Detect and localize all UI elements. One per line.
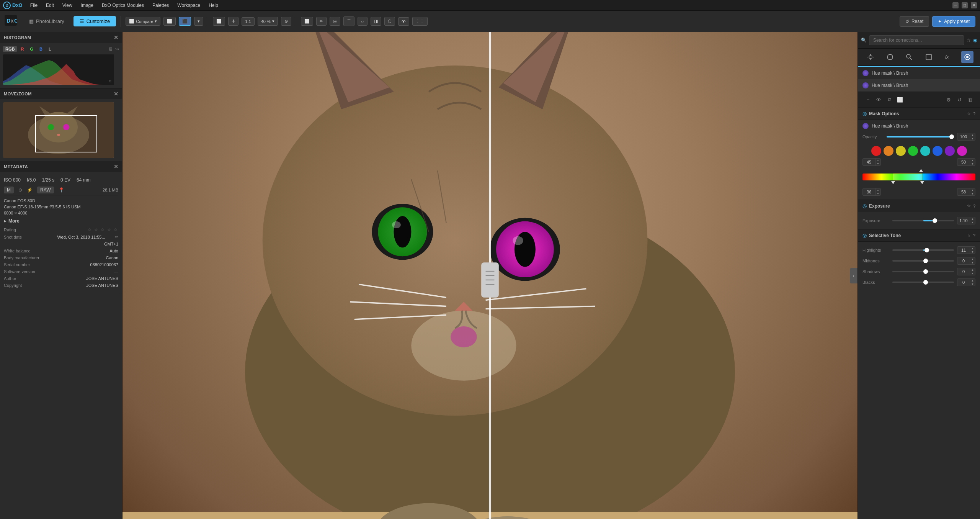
- swatch-red[interactable]: [871, 146, 881, 156]
- invert-mask-button[interactable]: ⬜: [895, 94, 905, 105]
- restore-button[interactable]: □: [962, 2, 968, 8]
- swatch-blue[interactable]: [933, 146, 942, 156]
- midtones-slider[interactable]: [892, 260, 954, 262]
- histogram-close[interactable]: ✕: [114, 34, 119, 41]
- swatch-yellow[interactable]: [896, 146, 906, 156]
- blacks-value[interactable]: 0 ▲ ▼: [957, 278, 975, 286]
- view-split-button[interactable]: ⬛: [179, 17, 191, 26]
- midtones-up[interactable]: ▲: [970, 257, 975, 261]
- exposure-value-input[interactable]: 1.10 ▲ ▼: [957, 217, 975, 224]
- menu-palettes[interactable]: Palettes: [149, 2, 173, 9]
- mask-item-2[interactable]: Hue mask \ Brush: [858, 79, 980, 92]
- blacks-thumb[interactable]: [923, 280, 928, 285]
- image-container[interactable]: [122, 32, 858, 519]
- more-section-header[interactable]: ▸ More: [4, 216, 118, 226]
- rt-detail-icon[interactable]: [903, 51, 915, 63]
- luma-tool[interactable]: ◨: [371, 17, 381, 26]
- opacity-up[interactable]: ▲: [970, 133, 975, 137]
- hue-range-right-up[interactable]: ▲: [970, 188, 975, 192]
- selective-tone-star[interactable]: ☆: [967, 233, 971, 238]
- hue-gradient-bar[interactable]: [862, 174, 975, 180]
- link-tool[interactable]: ⬡: [384, 17, 395, 26]
- shadows-down[interactable]: ▼: [970, 272, 975, 275]
- hue-range-left-input[interactable]: 36 ▲ ▼: [862, 188, 881, 196]
- menu-image[interactable]: Image: [77, 2, 97, 9]
- hue-range-left-down[interactable]: ▼: [875, 192, 880, 195]
- metadata-close[interactable]: ✕: [114, 164, 119, 170]
- mask-options-star[interactable]: ☆: [967, 111, 971, 116]
- hue-range-right-down[interactable]: ▼: [970, 192, 975, 195]
- rt-fx-icon[interactable]: fx: [942, 51, 954, 63]
- zoom-percent[interactable]: 40 % ▾: [258, 17, 278, 26]
- hue-right-down[interactable]: ▼: [970, 162, 975, 165]
- hue-range-right-input[interactable]: 58 ▲ ▼: [957, 188, 975, 196]
- blacks-down[interactable]: ▼: [970, 282, 975, 286]
- hist-tab-l[interactable]: L: [46, 46, 54, 52]
- highlights-thumb[interactable]: [924, 248, 929, 252]
- selective-tone-help[interactable]: ?: [973, 233, 975, 238]
- horizon-tool[interactable]: ✛: [228, 17, 238, 26]
- hue-right-input[interactable]: 50 ▲ ▼: [957, 158, 975, 166]
- highlights-down[interactable]: ▼: [970, 250, 975, 254]
- shadows-slider[interactable]: [892, 271, 954, 272]
- rt-local-icon[interactable]: [961, 51, 973, 63]
- minimize-button[interactable]: ─: [952, 2, 959, 8]
- control-line-tool[interactable]: ⌒: [343, 16, 354, 26]
- search-favorite-icon[interactable]: ☆: [967, 38, 971, 43]
- swatch-magenta[interactable]: [957, 146, 967, 156]
- menu-view[interactable]: View: [59, 2, 76, 9]
- reset-button[interactable]: ↺ Reset: [900, 16, 929, 27]
- opacity-slider[interactable]: [887, 136, 954, 138]
- tab-customize[interactable]: ☰ Customize: [74, 16, 116, 26]
- rating-stars[interactable]: ☆ ☆ ☆ ☆ ☆: [88, 227, 118, 232]
- midtones-thumb[interactable]: [923, 259, 928, 263]
- menu-dxo-optics[interactable]: DxO Optics Modules: [98, 2, 148, 9]
- swatch-purple[interactable]: [945, 146, 955, 156]
- search-input[interactable]: [869, 35, 964, 45]
- blacks-up[interactable]: ▲: [970, 279, 975, 282]
- highlights-up[interactable]: ▲: [970, 247, 975, 250]
- control-point-tool[interactable]: ◎: [330, 17, 340, 26]
- shadows-up[interactable]: ▲: [970, 268, 975, 272]
- swatch-cyan[interactable]: [920, 146, 930, 156]
- hue-left-input[interactable]: 45 ▲ ▼: [862, 158, 881, 166]
- hist-tab-g[interactable]: G: [28, 46, 36, 52]
- hue-gradient-container[interactable]: [862, 169, 975, 185]
- view-single-button[interactable]: ⬜: [163, 17, 176, 26]
- swatch-green[interactable]: [908, 146, 918, 156]
- crop-tool[interactable]: ⬜: [213, 17, 225, 26]
- hist-tab-r[interactable]: R: [18, 46, 26, 52]
- add-mask-button[interactable]: ＋: [862, 94, 873, 105]
- midtones-down[interactable]: ▼: [970, 261, 975, 264]
- exposure-help[interactable]: ?: [973, 204, 975, 208]
- rt-geometry-icon[interactable]: [923, 51, 935, 63]
- exposure-thumb[interactable]: [933, 218, 937, 223]
- midtones-value[interactable]: 0 ▲ ▼: [957, 257, 975, 265]
- more-tools[interactable]: ⋮⋮: [412, 17, 428, 26]
- menu-workspace[interactable]: Workspace: [173, 2, 204, 9]
- local-adj-tool[interactable]: ✏: [316, 17, 327, 26]
- shadows-value[interactable]: 0 ▲ ▼: [957, 268, 975, 275]
- close-button[interactable]: ✕: [971, 2, 977, 8]
- opacity-down[interactable]: ▼: [970, 137, 975, 140]
- delete-mask-button[interactable]: 🗑: [965, 94, 975, 105]
- edit-date-icon[interactable]: ✏: [115, 234, 118, 239]
- opacity-value-input[interactable]: 100 ▲ ▼: [957, 133, 975, 141]
- highlights-value[interactable]: 11 ▲ ▼: [957, 246, 975, 254]
- minimap[interactable]: [3, 102, 114, 158]
- hue-left-up[interactable]: ▲: [875, 159, 880, 162]
- zoom-in-button[interactable]: ⊕: [281, 17, 291, 26]
- shadows-thumb[interactable]: [923, 269, 928, 274]
- mask-options-help[interactable]: ?: [973, 111, 975, 116]
- eye-tool[interactable]: 👁: [398, 17, 409, 26]
- menu-help[interactable]: Help: [205, 2, 222, 9]
- menu-file[interactable]: File: [26, 2, 41, 9]
- view-mode-dropdown[interactable]: ▾: [194, 17, 203, 26]
- hue-right-up[interactable]: ▲: [970, 159, 975, 162]
- collapse-right-panel[interactable]: ›: [850, 268, 858, 283]
- tab-photo-library[interactable]: ▦ PhotoLibrary: [23, 16, 70, 26]
- mask-item-1[interactable]: Hue mask \ Brush: [858, 67, 980, 79]
- copy-mask-button[interactable]: ⧉: [884, 94, 895, 105]
- mask-settings-button[interactable]: ⚙: [943, 94, 954, 105]
- opacity-thumb[interactable]: [949, 134, 954, 139]
